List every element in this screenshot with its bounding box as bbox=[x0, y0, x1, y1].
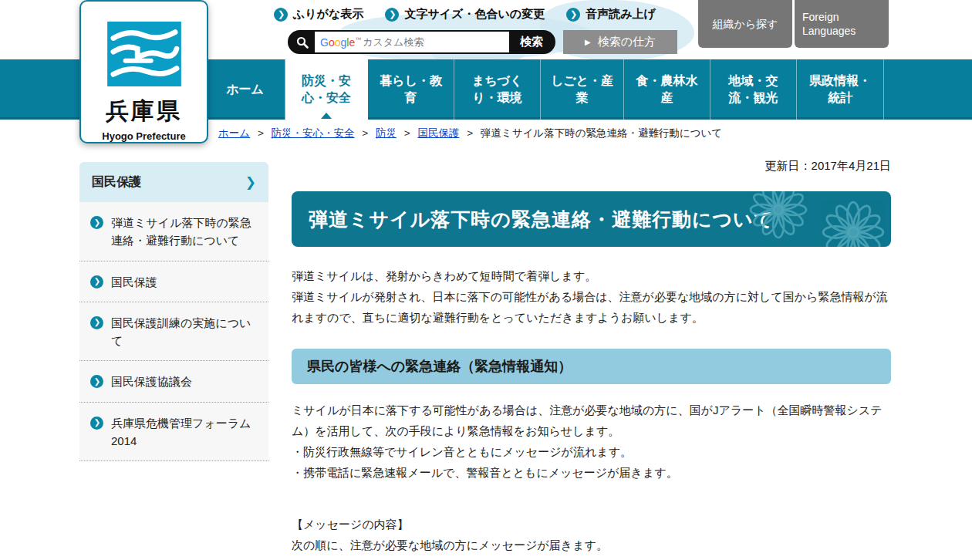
search-button[interactable]: 検索 bbox=[509, 32, 554, 52]
search-icon bbox=[289, 32, 315, 52]
chevron-circle-icon: ❯ bbox=[90, 375, 103, 388]
sidebar-item-forum-2014[interactable]: ❯ 兵庫県危機管理フォーラム2014 bbox=[79, 403, 268, 462]
nav-tab-disaster-safety[interactable]: 防災・安 心・安全 bbox=[285, 59, 368, 120]
flower-decoration-icon bbox=[822, 201, 885, 247]
sidebar-item-label: 国民保護協議会 bbox=[111, 373, 192, 390]
furigana-link[interactable]: ❯ ふりがな表示 bbox=[274, 7, 363, 22]
nav-tab-work-industry[interactable]: しごと・産 業 bbox=[541, 59, 624, 120]
intro-paragraph: 弾道ミサイルが発射され、日本に落下の可能性がある場合は、注意が必要な地域の方に対… bbox=[292, 286, 891, 328]
section-paragraph: ミサイルが日本に落下する可能性がある場合は、注意が必要な地域の方に、国がJアラー… bbox=[292, 400, 891, 441]
updated-date: 更新日：2017年4月21日 bbox=[292, 159, 891, 174]
foreign-languages-button[interactable]: Foreign Languages bbox=[795, 0, 889, 48]
sidebar-item-civil-protection[interactable]: ❯ 国民保護 bbox=[79, 261, 268, 302]
sidebar-header-civil-protection[interactable]: 国民保護 ❯ bbox=[79, 162, 268, 202]
chevron-circle-icon: ❯ bbox=[90, 216, 103, 229]
breadcrumb-separator: > bbox=[258, 127, 264, 139]
flower-decoration-icon bbox=[749, 191, 808, 239]
topright-buttons: 組織から探す Foreign Languages bbox=[698, 0, 889, 48]
search-bar: Google™ カスタム検索 検索 bbox=[288, 30, 555, 54]
nav-tab-living-education[interactable]: 暮らし・教 育 bbox=[368, 59, 454, 120]
search-row: Google™ カスタム検索 検索 ▶ 検索の仕方 bbox=[288, 30, 677, 54]
breadcrumb-link-disaster-safety[interactable]: 防災・安心・安全 bbox=[272, 127, 355, 139]
font-size-color-link-label: 文字サイズ・色合いの変更 bbox=[404, 7, 545, 22]
sidebar-item-label: 国民保護訓練の実施について bbox=[111, 314, 259, 350]
section-bullet: ・携帯電話に緊急速報メールで、警報音とともにメッセージが届きます。 bbox=[292, 462, 891, 483]
sidebar: 国民保護 ❯ ❯ 弾道ミサイル落下時の緊急連絡・避難行動について ❯ 国民保護 … bbox=[79, 162, 268, 461]
sidebar-item-label: 兵庫県危機管理フォーラム2014 bbox=[111, 414, 259, 450]
search-howto-label: 検索の仕方 bbox=[598, 35, 656, 49]
search-input[interactable]: Google™ カスタム検索 bbox=[315, 32, 509, 52]
nav-tab-prefgov-statistics[interactable]: 県政情報・ 統計 bbox=[797, 59, 884, 120]
chevron-right-icon: ❯ bbox=[245, 174, 256, 191]
breadcrumb-link-civil-protection[interactable]: 国民保護 bbox=[417, 127, 459, 139]
sidebar-item-training[interactable]: ❯ 国民保護訓練の実施について bbox=[79, 302, 268, 362]
section-heading-emergency-contact: 県民の皆様への緊急連絡（緊急情報通知） bbox=[292, 349, 891, 384]
search-by-organization-button[interactable]: 組織から探す bbox=[698, 0, 792, 48]
breadcrumb: ホーム > 防災・安心・安全 > 防災 > 国民保護 > 弾道ミサイル落下時の緊… bbox=[218, 127, 722, 140]
breadcrumb-link-home[interactable]: ホーム bbox=[218, 127, 250, 139]
play-icon: ▶ bbox=[585, 38, 591, 46]
breadcrumb-separator: > bbox=[362, 127, 368, 139]
message-content-title: 【メッセージの内容】 bbox=[292, 514, 891, 535]
chevron-circle-icon: ❯ bbox=[90, 275, 103, 288]
sidebar-item-label: 国民保護 bbox=[111, 273, 157, 291]
sidebar-item-council[interactable]: ❯ 国民保護協議会 bbox=[79, 361, 268, 402]
chevron-circle-icon: ❯ bbox=[274, 8, 288, 22]
global-nav: ホーム 防災・安 心・安全 暮らし・教 育 まちづく り・環境 しごと・産 業 … bbox=[204, 59, 884, 120]
chevron-circle-icon: ❯ bbox=[566, 8, 580, 22]
message-content-intro: 次の順に、注意が必要な地域の方にメッセージが届きます。 bbox=[292, 535, 891, 555]
google-brand: Google™ bbox=[320, 36, 361, 49]
chevron-circle-icon: ❯ bbox=[385, 8, 399, 22]
prefecture-name: 兵庫県 bbox=[106, 96, 182, 127]
hyogo-wave-logo-icon bbox=[106, 22, 182, 86]
page-title: 弾道ミサイル落下時の緊急連絡・避難行動について bbox=[309, 207, 774, 232]
utility-links-row: ❯ ふりがな表示 ❯ 文字サイズ・色合いの変更 ❯ 音声読み上げ bbox=[274, 7, 656, 22]
intro-paragraph: 弾道ミサイルは、発射からきわめて短時間で着弾します。 bbox=[292, 265, 891, 286]
nav-tab-food-agriculture[interactable]: 食・農林水 産 bbox=[624, 59, 710, 120]
section-bullet: ・防災行政無線等でサイレン音とともにメッセージが流れます。 bbox=[292, 441, 891, 462]
chevron-circle-icon: ❯ bbox=[90, 316, 103, 329]
prefecture-name-en: Hyogo Prefecture bbox=[102, 130, 185, 142]
breadcrumb-separator: > bbox=[404, 127, 410, 139]
furigana-link-label: ふりがな表示 bbox=[293, 7, 363, 22]
breadcrumb-separator: > bbox=[467, 127, 473, 139]
sidebar-header-label: 国民保護 bbox=[92, 174, 141, 191]
text-to-speech-link[interactable]: ❯ 音声読み上げ bbox=[566, 7, 656, 22]
page-title-banner: 弾道ミサイル落下時の緊急連絡・避難行動について bbox=[292, 191, 891, 247]
main-content: 更新日：2017年4月21日 弾道ミサイル落下時の緊急連絡・避難行動について bbox=[292, 159, 891, 560]
search-howto-button[interactable]: ▶ 検索の仕方 bbox=[563, 30, 677, 54]
breadcrumb-current: 弾道ミサイル落下時の緊急連絡・避難行動について bbox=[481, 127, 722, 139]
font-size-color-link[interactable]: ❯ 文字サイズ・色合いの変更 bbox=[385, 7, 545, 22]
search-placeholder: カスタム検索 bbox=[363, 35, 424, 49]
nav-tab-region-tourism[interactable]: 地域・交 流・観光 bbox=[710, 59, 797, 120]
nav-tab-home[interactable]: ホーム bbox=[204, 59, 285, 120]
sidebar-item-missile-emergency[interactable]: ❯ 弾道ミサイル落下時の緊急連絡・避難行動について bbox=[79, 202, 268, 261]
chevron-circle-icon: ❯ bbox=[90, 417, 103, 430]
prefecture-logo[interactable]: 兵庫県 Hyogo Prefecture bbox=[79, 0, 208, 143]
text-to-speech-link-label: 音声読み上げ bbox=[586, 7, 656, 22]
breadcrumb-link-disaster[interactable]: 防災 bbox=[376, 127, 397, 139]
sidebar-list: ❯ 弾道ミサイル落下時の緊急連絡・避難行動について ❯ 国民保護 ❯ 国民保護訓… bbox=[79, 202, 268, 461]
sidebar-item-label: 弾道ミサイル落下時の緊急連絡・避難行動について bbox=[111, 214, 259, 250]
nav-tab-townplanning-environment[interactable]: まちづく り・環境 bbox=[454, 59, 541, 120]
